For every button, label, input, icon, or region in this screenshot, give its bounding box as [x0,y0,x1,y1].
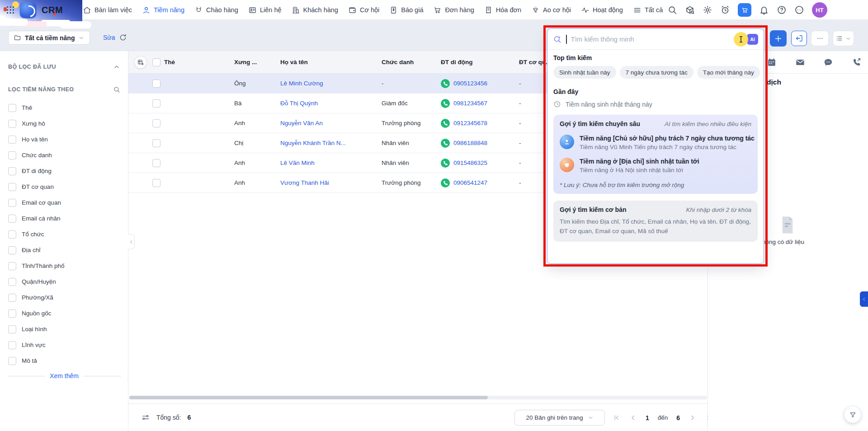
lead-name-link[interactable]: Lê Văn Minh [280,159,315,166]
phone-call-button[interactable] [441,139,450,148]
phone-number-link[interactable]: 0915486325 [453,159,487,166]
filter-item[interactable]: Nguồn gốc [8,305,120,321]
nav-item-tiem-nang[interactable]: Tiềm năng [142,6,184,14]
import-button[interactable] [791,31,807,46]
edit-view-link[interactable]: Sửa [103,34,115,41]
filter-item[interactable]: ĐT di động [8,163,120,179]
filter-checkbox[interactable] [8,341,16,349]
lead-name-link[interactable]: Đỗ Thị Quỳnh [280,100,318,107]
nav-item-don-hang[interactable]: Đơn hàng [433,6,474,14]
select-all-checkbox[interactable] [152,58,160,66]
recent-search-item[interactable]: Tiềm năng sinh nhật tháng này [553,100,758,108]
phone-call-button[interactable] [441,178,450,187]
bell-icon[interactable] [759,5,769,15]
filter-checkbox[interactable] [8,136,16,144]
phone-call-button[interactable] [441,119,450,128]
column-header[interactable]: Xưng ... [234,59,280,66]
nav-item-hoat-dong[interactable]: Hoạt động [581,6,623,14]
filter-item[interactable]: Loại hình [8,321,120,337]
create-record-button[interactable] [770,30,787,47]
alarm-icon[interactable] [720,5,730,15]
filter-item[interactable]: ĐT cơ quan [8,179,120,195]
nav-item-hoa-don[interactable]: Hóa đơn [484,6,521,14]
filter-checkbox[interactable] [8,325,16,333]
row-checkbox[interactable] [152,139,160,147]
page-size-select[interactable]: 20 Bản ghi trên trang [514,410,605,426]
top-search-chip[interactable]: 7 ngày chưa tương tác [620,66,693,79]
sidebar-collapse-handle[interactable] [128,234,135,249]
filter-item[interactable]: Xưng hô [8,116,120,131]
phone-call-button[interactable] [441,159,450,168]
phone-call-button[interactable] [441,79,450,88]
row-checkbox[interactable] [152,80,160,88]
filter-item[interactable]: Email cá nhân [8,211,120,226]
row-checkbox[interactable] [152,99,160,108]
row-checkbox[interactable] [152,119,160,127]
nav-item-lien-he[interactable]: Liên hệ [248,6,282,14]
filter-item[interactable]: Tổ chức [8,226,120,242]
mail-icon[interactable] [795,57,805,67]
filter-checkbox[interactable] [8,199,16,207]
phone-number-link[interactable]: 0981234567 [453,100,487,107]
filter-checkbox[interactable] [8,120,16,128]
filter-checkbox[interactable] [8,104,16,112]
filter-checkbox[interactable] [8,246,16,254]
nav-item-tat-ca[interactable]: Tất cả [633,6,663,14]
filter-item[interactable]: Chức danh [8,147,120,163]
view-selector-button[interactable]: Tất cả tiềm năng [8,31,90,45]
filter-checkbox[interactable] [8,167,16,175]
lead-name-link[interactable]: Vương Thanh Hải [280,179,329,186]
lead-name-link[interactable]: Nguyễn Khánh Trần N... [280,140,346,146]
column-header[interactable]: ĐT di động [441,59,519,66]
scrollbar-thumb[interactable] [129,396,488,399]
search-icon[interactable] [113,86,120,93]
more-actions-button[interactable] [811,31,829,46]
ai-badge[interactable]: AI [747,34,758,45]
filter-checkbox[interactable] [8,278,16,286]
next-page-icon[interactable] [689,414,696,422]
filter-item[interactable]: Email cơ quan [8,195,120,211]
add-column-button[interactable] [134,56,147,69]
calendar-icon[interactable] [767,57,777,67]
show-more-link[interactable]: Xem thêm [50,372,79,379]
filter-item[interactable]: Quận/Huyện [8,274,120,290]
gear-icon[interactable] [703,5,712,15]
phone-out-icon[interactable] [852,57,862,67]
filter-checkbox[interactable] [8,183,16,191]
first-page-icon[interactable] [613,414,621,422]
package-search-icon[interactable] [685,5,695,15]
row-checkbox[interactable] [152,159,160,167]
nav-item-khach-hang[interactable]: Khách hàng [292,6,338,14]
filter-checkbox[interactable] [8,357,16,365]
nav-item-chao-hang[interactable]: Chào hàng [194,6,238,14]
search-input-row[interactable]: Tìm kiếm thông minh AI [547,29,764,50]
more-icon[interactable] [794,5,804,15]
filter-item[interactable]: Thẻ [8,100,120,116]
filter-checkbox[interactable] [8,294,16,302]
phone-number-link[interactable]: 0986188848 [453,140,487,146]
filter-item[interactable]: Tỉnh/Thành phố [8,258,120,274]
sliders-icon[interactable] [141,413,150,422]
row-checkbox[interactable] [152,179,160,187]
filter-checkbox[interactable] [8,262,16,270]
filter-checkbox[interactable] [8,151,16,159]
lead-name-link[interactable]: Lê Minh Cường [280,80,323,87]
filter-item[interactable]: Lĩnh vực [8,337,120,353]
chevron-up-icon[interactable] [113,63,120,70]
advanced-suggestion-item[interactable]: Tiềm năng ở [Địa chỉ] sinh nhật tuần tới… [560,158,751,173]
search-icon[interactable] [667,5,677,15]
help-icon[interactable] [777,5,787,15]
column-header[interactable]: Họ và tên [280,59,382,66]
top-search-chip[interactable]: Tạo mới tháng này [697,66,760,79]
filter-checkbox[interactable] [8,215,16,223]
lead-name-link[interactable]: Nguyễn Văn An [280,120,323,126]
store-button[interactable] [738,3,751,17]
app-logo[interactable] [20,2,36,18]
avatar[interactable]: HT [812,2,827,18]
refresh-icon[interactable] [119,33,127,42]
nav-item-ban-lam-viec[interactable]: Bàn làm việc [83,6,132,14]
prev-page-icon[interactable] [629,414,637,422]
phone-call-button[interactable] [441,99,450,108]
nav-item-bao-gia[interactable]: Báo giá [389,6,423,14]
search-input[interactable]: Tìm kiếm thông minh [571,35,634,43]
